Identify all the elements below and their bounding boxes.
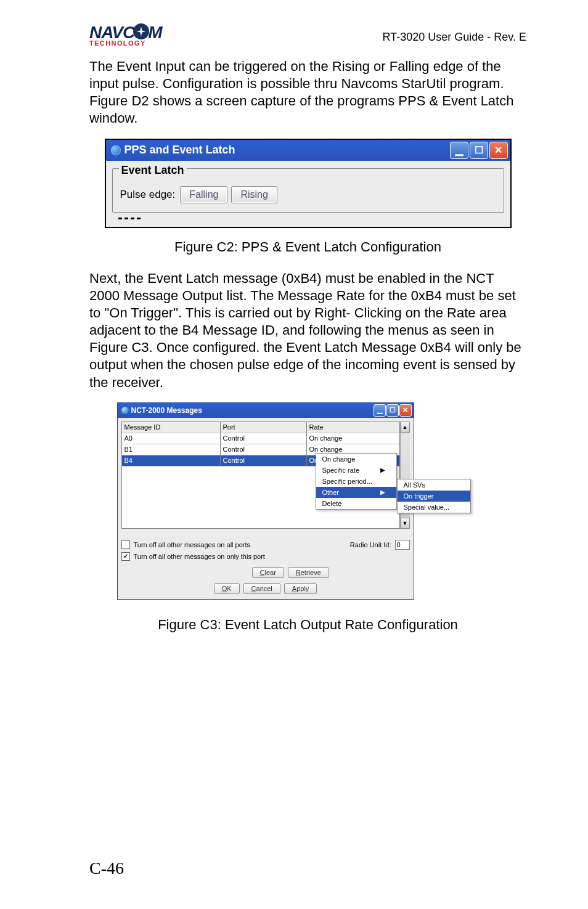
cell: B1 [122,444,221,455]
event-latch-group: Event Latch Pulse edge: Falling Rising [112,168,504,213]
cell: Control [221,433,307,444]
window-titlebar[interactable]: NCT-2000 Messages ▁ ☐ ✕ [118,403,414,418]
close-button[interactable]: ✕ [399,404,412,417]
scroll-down-button[interactable]: ▼ [401,518,410,529]
scroll-up-button[interactable]: ▲ [401,422,410,433]
ok-button[interactable]: OK [214,583,240,594]
menu-item-all-svs[interactable]: All SVs [398,479,470,491]
paragraph-2: Next, the Event Latch message (0xB4) mus… [89,270,526,391]
menu-item-specific-period[interactable]: Specific period... [316,476,396,487]
document-id: RT-3020 User Guide - Rev. E [383,31,526,44]
maximize-button[interactable]: ☐ [386,404,399,417]
radio-unit-id-input[interactable] [395,540,410,550]
retrieve-button[interactable]: Retrieve [288,567,329,578]
compass-icon [133,23,149,39]
cell: A0 [122,433,221,444]
app-icon [121,407,129,414]
logo-text-right: M [148,25,161,40]
checkbox-this-port-label: Turn off all other messages on only this… [134,553,265,560]
submenu-arrow-icon: ▶ [380,489,385,495]
falling-button[interactable]: Falling [180,186,227,203]
checkbox-all-ports-label: Turn off all other messages on all ports [134,541,251,548]
submenu-arrow-icon: ▶ [380,467,385,473]
brand-logo: NAVC M TECHNOLOGY [89,25,162,47]
cancel-button[interactable]: Cancel [243,583,280,594]
menu-item-delete[interactable]: Delete [316,498,396,509]
rate-context-menu[interactable]: On change Specific rate▶ Specific period… [316,453,397,510]
app-icon [111,145,121,155]
pulse-edge-label: Pulse edge: [120,189,176,201]
other-submenu[interactable]: All SVs On trigger Special value... [397,479,471,513]
close-button[interactable]: ✕ [489,142,508,159]
logo-subtext: TECHNOLOGY [89,39,146,47]
menu-item-on-change[interactable]: On change [316,454,396,465]
col-rate[interactable]: Rate [307,422,399,433]
menu-item-special-value[interactable]: Special value... [398,502,470,513]
radio-unit-id-label: Radio Unit Id: [350,541,391,548]
maximize-button[interactable]: ☐ [470,142,488,159]
clear-button[interactable]: Clear [252,567,284,578]
window-title: PPS and Event Latch [125,144,235,157]
paragraph-1: The Event Input can be triggered on the … [89,58,526,128]
menu-item-specific-rate[interactable]: Specific rate▶ [316,465,396,476]
table-row[interactable]: A0 Control On change [122,433,399,444]
menu-item-other[interactable]: Other▶ [316,487,396,498]
col-message-id[interactable]: Message ID [122,422,221,433]
truncated-indicator [118,218,141,219]
menu-item-on-trigger[interactable]: On trigger [398,491,470,502]
cell: Control [221,444,307,455]
cell: Control [221,455,307,467]
nct-2000-messages-window: NCT-2000 Messages ▁ ☐ ✕ Message ID [117,402,499,600]
col-port[interactable]: Port [221,422,307,433]
checkbox-all-ports[interactable] [121,540,130,549]
figure-c3-caption: Figure C3: Event Latch Output Rate Confi… [89,617,526,633]
svg-marker-0 [137,27,146,36]
window-title: NCT-2000 Messages [131,406,202,415]
window-titlebar[interactable]: PPS and Event Latch ▁ ☐ ✕ [106,140,510,161]
table-header-row: Message ID Port Rate [122,422,399,433]
group-title: Event Latch [119,164,187,177]
cell: B4 [122,455,221,467]
logo-text-left: NAVC [89,25,134,40]
minimize-button[interactable]: ▁ [374,404,386,417]
apply-button[interactable]: Apply [284,583,317,594]
page-number: C-46 [89,858,124,878]
rising-button[interactable]: Rising [231,186,277,203]
checkbox-this-port[interactable]: ✔ [121,552,130,561]
minimize-button[interactable]: ▁ [450,142,468,159]
cell: On change [307,433,399,444]
figure-c2-caption: Figure C2: PPS & Event Latch Configurati… [89,239,526,255]
pps-event-latch-window: PPS and Event Latch ▁ ☐ ✕ Event Latch Pu… [105,139,512,228]
